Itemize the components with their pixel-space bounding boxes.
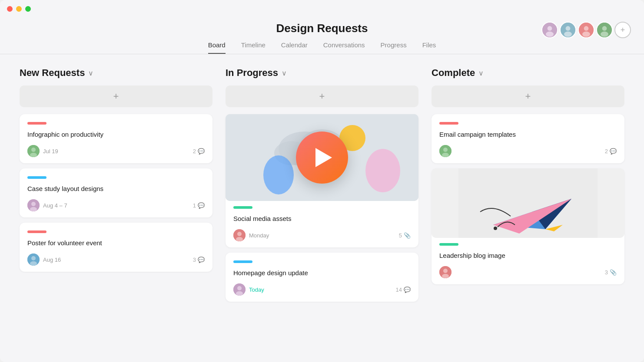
svg-point-8: [582, 32, 590, 37]
column-header-complete: Complete ∨: [432, 67, 624, 79]
card-footer: Aug 16 3 💬: [27, 253, 205, 266]
comment-icon: 💬: [198, 202, 205, 209]
column-complete: Complete ∨ + Email campaign templates 2: [425, 67, 631, 360]
add-card-button-new[interactable]: +: [20, 86, 212, 107]
column-title-complete: Complete: [432, 67, 475, 79]
avatar-user2[interactable]: [560, 22, 576, 38]
comment-count: 1: [193, 202, 196, 209]
avatar: [439, 266, 451, 278]
card-comments: 2 💬: [193, 148, 205, 155]
svg-point-10: [602, 26, 607, 31]
comment-count: 2: [605, 148, 608, 155]
svg-point-2: [546, 32, 554, 37]
app-window: Design Requests + Board Timeline Calenda…: [0, 0, 644, 362]
attachment-count: 3: [605, 269, 608, 276]
comment-count: 3: [193, 257, 196, 263]
card-infographic: Infographic on productivity Jul 19 2 💬: [20, 114, 212, 163]
column-title-in-progress: In Progress: [226, 67, 278, 79]
chevron-down-icon[interactable]: ∨: [88, 69, 93, 77]
avatar: [439, 145, 451, 157]
attachment-icon: 📎: [610, 269, 617, 276]
card-comments: 2 💬: [605, 148, 617, 155]
card-tag: [233, 206, 252, 209]
chevron-down-icon[interactable]: ∨: [282, 69, 287, 77]
card-footer: Aug 4 – 7 1 💬: [27, 199, 205, 211]
card-date: Aug 4 – 7: [43, 202, 67, 209]
svg-point-29: [237, 232, 242, 236]
card-user: Today: [233, 283, 264, 296]
card-tag: [439, 122, 458, 125]
chevron-down-icon[interactable]: ∨: [478, 69, 484, 77]
card-title: Case study layout designs: [27, 184, 205, 193]
header: Design Requests + Board Timeline Calenda…: [0, 17, 644, 54]
avatar-user3[interactable]: [578, 22, 594, 38]
card-title: Poster for volunteer event: [27, 238, 205, 247]
add-member-button[interactable]: +: [614, 22, 631, 38]
card-date-today: Today: [249, 286, 264, 293]
titlebar: [0, 0, 644, 17]
svg-point-30: [236, 237, 243, 241]
board: New Requests ∨ + Infographic on producti…: [0, 54, 644, 360]
card-poster: Poster for volunteer event Aug 16 3 💬: [20, 223, 212, 272]
avatar: [27, 145, 40, 157]
card-comments: 14 💬: [396, 286, 411, 293]
tab-files[interactable]: Files: [422, 41, 436, 54]
card-image: [226, 114, 418, 201]
card-tag: [27, 176, 46, 179]
svg-point-45: [443, 269, 448, 273]
svg-point-17: [30, 207, 37, 211]
column-header-in-progress: In Progress ∨: [226, 67, 418, 79]
card-comments: 1 💬: [193, 202, 205, 209]
card-title: Leadership blog image: [439, 251, 617, 260]
card-user: Jul 19: [27, 145, 58, 157]
tab-progress[interactable]: Progress: [381, 41, 407, 54]
card-social-media: Social media assets Monday 5 📎: [226, 114, 418, 247]
card-footer: Jul 19 2 💬: [27, 145, 205, 157]
card-leadership-blog: Leadership blog image 3 📎: [432, 168, 624, 284]
maximize-button[interactable]: [25, 6, 31, 12]
svg-point-36: [442, 153, 449, 157]
tab-calendar[interactable]: Calendar: [281, 41, 308, 54]
card-title: Email campaign templates: [439, 130, 617, 139]
card-title: Infographic on productivity: [27, 130, 205, 139]
close-button[interactable]: [7, 6, 13, 12]
tab-timeline[interactable]: Timeline: [241, 41, 266, 54]
card-user: [439, 145, 451, 157]
column-new-requests: New Requests ∨ + Infographic on producti…: [13, 67, 219, 360]
svg-point-4: [566, 26, 571, 31]
card-tag: [439, 243, 458, 246]
minimize-button[interactable]: [16, 6, 22, 12]
svg-point-14: [30, 153, 37, 157]
card-footer: 2 💬: [439, 145, 617, 157]
card-comments: 3 💬: [193, 257, 205, 263]
card-attachments: 5 📎: [399, 232, 411, 239]
svg-point-1: [548, 26, 552, 31]
card-case-study: Case study layout designs Aug 4 – 7 1 💬: [20, 168, 212, 217]
avatar-user1[interactable]: [541, 22, 558, 38]
svg-point-19: [31, 256, 36, 260]
team-avatars: +: [541, 22, 631, 38]
card-title: Homepage design update: [233, 268, 411, 277]
nav-tabs: Board Timeline Calendar Conversations Pr…: [0, 41, 644, 54]
svg-point-11: [601, 32, 608, 37]
card-user: Aug 4 – 7: [27, 199, 67, 211]
add-card-button-progress[interactable]: +: [226, 86, 418, 107]
svg-point-46: [442, 274, 449, 278]
card-attachments: 3 📎: [605, 269, 617, 276]
comment-count: 2: [193, 148, 196, 155]
comment-count: 14: [396, 286, 402, 293]
play-overlay[interactable]: [226, 114, 418, 201]
card-email-campaign: Email campaign templates 2 💬: [432, 114, 624, 163]
play-button[interactable]: [296, 132, 348, 184]
column-in-progress: In Progress ∨ +: [219, 67, 425, 360]
comment-icon: 💬: [610, 148, 617, 155]
card-user: Monday: [233, 229, 269, 241]
column-header-new-requests: New Requests ∨: [20, 67, 212, 79]
svg-point-13: [31, 148, 36, 152]
avatar: [27, 253, 40, 266]
add-card-button-complete[interactable]: +: [432, 86, 624, 107]
card-footer: Today 14 💬: [233, 283, 411, 296]
avatar-user4[interactable]: [596, 22, 613, 38]
tab-board[interactable]: Board: [208, 41, 226, 54]
tab-conversations[interactable]: Conversations: [323, 41, 365, 54]
